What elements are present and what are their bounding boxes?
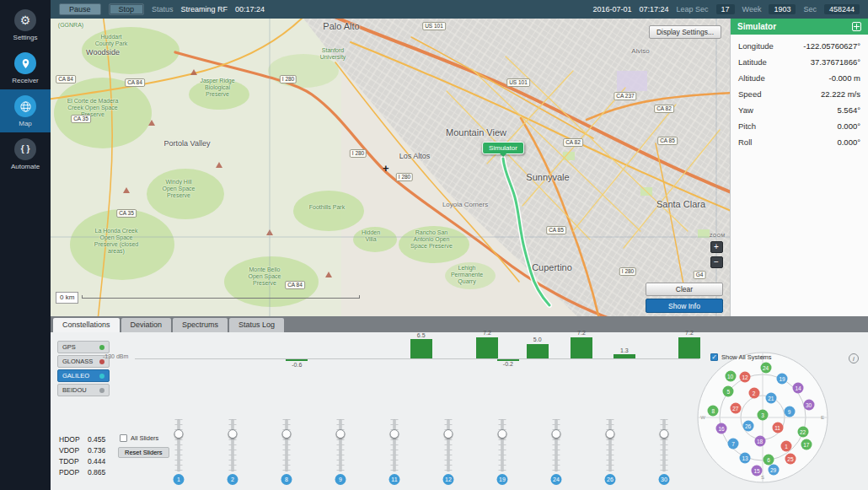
detach-icon[interactable] bbox=[852, 22, 861, 31]
constellation-label: BEIDOU bbox=[62, 386, 87, 394]
slider-thumb[interactable] bbox=[228, 429, 238, 439]
constellation-label: GALILEO bbox=[62, 372, 89, 380]
slider-thumb[interactable] bbox=[282, 429, 292, 439]
signal-bar-value: 5.0 bbox=[533, 337, 542, 342]
info-row-value: 22.222 m/s bbox=[821, 89, 860, 99]
signal-bar[interactable] bbox=[476, 337, 498, 358]
slider-thumb[interactable] bbox=[498, 429, 507, 439]
skyplot-satellite[interactable]: 21 bbox=[765, 392, 776, 403]
info-panel-header: Simulator bbox=[731, 19, 868, 35]
power-slider[interactable]: 12 bbox=[438, 419, 458, 485]
skyplot-satellite[interactable]: 25 bbox=[785, 454, 796, 465]
skyplot-satellite[interactable]: 9 bbox=[784, 407, 795, 417]
zoom-out-button[interactable]: − bbox=[710, 256, 723, 268]
simulator-marker[interactable]: Simulator bbox=[482, 142, 524, 154]
content-row: Palo AltoWoodsidePortola ValleyLos Altos… bbox=[51, 19, 868, 316]
constellation-beidou[interactable]: BEIDOU bbox=[57, 384, 110, 396]
topbar-clock-group: 2016-07-01 07:17:24 Leap Sec 17 Week 190… bbox=[592, 4, 860, 14]
signal-bar[interactable] bbox=[410, 339, 432, 358]
status-label: Status bbox=[152, 5, 174, 13]
map[interactable]: Palo AltoWoodsidePortola ValleyLos Altos… bbox=[51, 19, 730, 316]
skyplot-satellite[interactable]: 7 bbox=[728, 438, 739, 449]
slider-satellite-id: 24 bbox=[551, 474, 562, 485]
stop-button[interactable]: Stop bbox=[109, 3, 145, 15]
power-slider[interactable]: 8 bbox=[276, 419, 297, 485]
power-slider[interactable]: 11 bbox=[384, 419, 405, 485]
skyplot-satellite[interactable]: 29 bbox=[768, 464, 779, 475]
constellation-gps[interactable]: GPS bbox=[57, 341, 110, 353]
skyplot-satellite[interactable]: 1 bbox=[781, 440, 792, 451]
skyplot-satellite[interactable]: 17 bbox=[801, 439, 812, 450]
power-slider[interactable]: 1 bbox=[169, 419, 189, 485]
reset-sliders-button[interactable]: Reset Sliders bbox=[118, 447, 169, 458]
info-icon[interactable]: i bbox=[849, 353, 859, 363]
tab-constellations[interactable]: Constellations bbox=[53, 318, 120, 332]
tab-status-log[interactable]: Status Log bbox=[229, 318, 284, 332]
leap-sec-value: 17 bbox=[716, 4, 735, 14]
power-slider[interactable]: 26 bbox=[600, 419, 620, 485]
info-row-label: Longitude bbox=[738, 41, 774, 51]
status-value: Streaming RF bbox=[181, 5, 228, 13]
skyplot-satellite[interactable]: 22 bbox=[797, 426, 808, 437]
power-slider[interactable]: 24 bbox=[546, 419, 566, 485]
glonass-status-dot bbox=[99, 359, 104, 364]
sliders-group: 1289111219242630 bbox=[169, 419, 674, 485]
dop-value: 0.865 bbox=[88, 467, 105, 478]
constellation-glonass[interactable]: GLONASS bbox=[57, 355, 110, 368]
skyplot-satellite[interactable]: 27 bbox=[730, 402, 741, 413]
info-row: Pitch0.000° bbox=[731, 118, 868, 134]
signal-bar-value: 7.2 bbox=[577, 330, 586, 336]
chart-axis bbox=[135, 358, 699, 359]
slider-thumb[interactable] bbox=[174, 429, 184, 439]
info-row-label: Latitude bbox=[738, 57, 767, 67]
power-slider[interactable]: 30 bbox=[654, 419, 674, 485]
skyplot-satellite[interactable]: 3 bbox=[758, 410, 769, 421]
slider-thumb[interactable] bbox=[390, 429, 399, 439]
slider-thumb[interactable] bbox=[552, 429, 561, 439]
show-info-button[interactable]: Show Info bbox=[646, 299, 723, 313]
skyplot-satellite[interactable]: 8 bbox=[708, 405, 719, 416]
sidebar-item-automate[interactable]: { }Automate bbox=[0, 132, 51, 175]
tabstrip: ConstellationsDeviationSpectrumsStatus L… bbox=[51, 316, 868, 332]
skyplot-satellite[interactable]: 12 bbox=[740, 372, 751, 383]
slider-satellite-id: 2 bbox=[228, 474, 238, 485]
tab-spectrums[interactable]: Spectrums bbox=[173, 318, 228, 332]
tab-deviation[interactable]: Deviation bbox=[121, 318, 172, 332]
sidebar-item-settings[interactable]: ⚙Settings bbox=[0, 3, 51, 46]
all-sliders-checkbox[interactable] bbox=[120, 434, 127, 442]
skyplot-satellite[interactable]: 13 bbox=[740, 452, 751, 463]
clear-button[interactable]: Clear bbox=[646, 283, 723, 296]
slider-satellite-id: 30 bbox=[659, 474, 670, 485]
signal-bar[interactable] bbox=[527, 344, 549, 359]
power-slider[interactable]: 19 bbox=[492, 419, 512, 485]
skyplot-satellite[interactable]: 10 bbox=[725, 371, 736, 382]
skyplot-satellite[interactable]: 16 bbox=[716, 423, 727, 433]
zoom-in-button[interactable]: + bbox=[710, 241, 723, 253]
sidebar-item-receiver[interactable]: Receiver bbox=[0, 46, 51, 89]
slider-thumb[interactable] bbox=[606, 429, 615, 439]
sidebar-item-map[interactable]: Map bbox=[0, 89, 51, 132]
skyplot-satellite[interactable]: 14 bbox=[793, 383, 804, 394]
skyplot-satellite[interactable]: 11 bbox=[772, 422, 783, 433]
signal-bar[interactable] bbox=[613, 354, 635, 358]
skyplot-satellite[interactable]: 2 bbox=[748, 387, 759, 398]
skyplot-satellite[interactable]: 5 bbox=[723, 385, 734, 396]
slider-thumb[interactable] bbox=[444, 429, 453, 439]
skyplot-satellite[interactable]: 30 bbox=[803, 399, 814, 410]
signal-bar[interactable] bbox=[571, 337, 592, 358]
power-slider[interactable]: 9 bbox=[330, 419, 351, 485]
skyplot-satellite[interactable]: 26 bbox=[742, 420, 753, 431]
skyplot-satellite[interactable]: 19 bbox=[777, 373, 788, 384]
constellation-galileo[interactable]: GALILEO bbox=[57, 369, 110, 382]
sidebar-item-label: Automate bbox=[11, 163, 40, 170]
pause-button[interactable]: Pause bbox=[59, 3, 101, 15]
slider-thumb[interactable] bbox=[660, 429, 669, 439]
show-all-systems-checkbox[interactable]: ✓ bbox=[710, 353, 718, 361]
slider-thumb[interactable] bbox=[336, 429, 346, 439]
power-slider[interactable]: 2 bbox=[222, 419, 243, 485]
display-settings-button[interactable]: Display Settings... bbox=[649, 25, 721, 39]
skyplot-satellite[interactable]: 18 bbox=[754, 436, 765, 447]
skyplot-satellite[interactable]: 24 bbox=[760, 362, 771, 373]
dop-label: VDOP bbox=[59, 445, 88, 456]
sidebar-item-label: Map bbox=[19, 120, 32, 127]
